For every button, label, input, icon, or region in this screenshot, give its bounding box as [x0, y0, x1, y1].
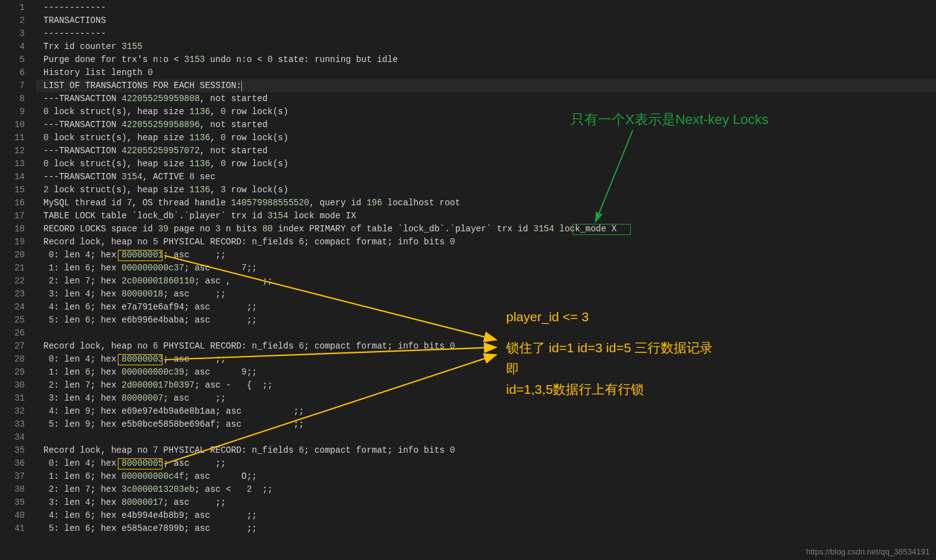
code-line[interactable]: Trx id counter 3155 [36, 40, 936, 53]
code-line[interactable]: 3: len 4; hex 80000018; asc ;; [36, 288, 936, 301]
line-number: 37 [0, 470, 25, 483]
code-token: , OS thread handle [132, 198, 231, 208]
code-token: ; hex [91, 367, 122, 377]
code-token: 4 [85, 289, 90, 299]
code-token: ; hex e585ace7899b; asc ;; [91, 523, 257, 533]
code-line[interactable]: Record lock, heap no 6 PHYSICAL RECORD: … [36, 340, 936, 353]
code-token: lock struct(s), heap size [48, 185, 189, 195]
code-line[interactable]: ------------ [36, 27, 936, 40]
code-token: 6 [85, 523, 90, 533]
line-number: 15 [0, 184, 25, 197]
line-number: 20 [0, 249, 25, 262]
code-token: LIST OF TRANSACTIONS FOR EACH SESSION: [43, 81, 241, 91]
code-token: ; hex e6b996e4baba; asc ;; [91, 315, 257, 325]
code-token: : len [54, 276, 85, 286]
code-line[interactable]: 0 lock struct(s), heap size 1136, 0 row … [36, 158, 936, 171]
code-token: 6 [85, 302, 90, 312]
code-line[interactable]: 3: len 4; hex 80000007; asc ;; [36, 392, 936, 405]
line-number: 18 [0, 223, 25, 236]
code-line[interactable]: 0: len 4; hex 80000001; asc ;; [36, 249, 936, 262]
line-number: 26 [0, 327, 25, 340]
line-number: 34 [0, 431, 25, 444]
code-token: sec [195, 172, 216, 182]
code-token: 0 [48, 354, 53, 364]
code-line[interactable]: MySQL thread id 7, OS thread handle 1405… [36, 197, 936, 210]
code-line[interactable]: 1: len 6; hex 000000000c37; asc 7;; [36, 262, 936, 275]
line-number: 9 [0, 105, 25, 118]
code-line[interactable] [36, 327, 936, 340]
watermark-text: https://blog.csdn.net/qq_38534191 [806, 547, 930, 556]
line-number: 32 [0, 405, 25, 418]
code-token: lock struct(s), heap size [48, 107, 189, 117]
code-token: 0 [48, 250, 53, 260]
code-line[interactable]: 2: len 7; hex 2c000001860110; asc , ;; [36, 275, 936, 288]
code-token: 80 [262, 224, 273, 234]
code-line[interactable]: History list length 0 [36, 66, 936, 79]
code-token: : len [54, 406, 85, 416]
code-line[interactable]: ------------ [36, 1, 936, 14]
code-token: lock struct(s), heap size [48, 159, 189, 169]
code-token: Trx id counter [43, 42, 122, 51]
code-line[interactable]: TRANSACTIONS [36, 14, 936, 27]
code-token: , query id [310, 198, 367, 208]
code-line[interactable]: Purge done for trx's n:o < 3153 undo n:o… [36, 53, 936, 66]
code-token: 000000000c39 [122, 367, 184, 377]
code-line[interactable]: 1: len 6; hex 000000000c4f; asc O;; [36, 470, 936, 483]
code-line[interactable] [36, 431, 936, 444]
code-token: 4 [48, 302, 53, 312]
code-line[interactable]: Record lock, heap no 5 PHYSICAL RECORD: … [36, 236, 936, 249]
code-token: RECORD LOCKS space id [43, 224, 158, 234]
line-number: 1 [0, 1, 25, 14]
code-line[interactable]: 1: len 6; hex 000000000c39; asc 9;; [36, 366, 936, 379]
code-line[interactable]: 0: len 4; hex 80000005; asc ;; [36, 457, 936, 470]
code-token: 3154 [267, 211, 288, 221]
code-line[interactable]: 5: len 9; hex e5b0bce5858be696af; asc ;; [36, 418, 936, 431]
code-token: ; hex [91, 354, 122, 364]
code-line[interactable]: 2 lock struct(s), heap size 1136, 3 row … [36, 184, 936, 197]
code-line[interactable]: LIST OF TRANSACTIONS FOR EACH SESSION: [36, 79, 936, 92]
line-number: 12 [0, 144, 25, 158]
code-token: 6 [299, 341, 304, 351]
code-token: ;; [252, 484, 273, 494]
code-line[interactable]: ---TRANSACTION 422055259957072, not star… [36, 144, 936, 158]
code-line[interactable]: 4: len 6; hex e4b994e4b8b9; asc ;; [36, 509, 936, 522]
code-token: Record lock, heap no [43, 445, 153, 455]
code-line[interactable]: 4: len 6; hex e7a791e6af94; asc ;; [36, 301, 936, 314]
code-token: lock_mode X [554, 224, 617, 234]
code-line[interactable]: RECORD LOCKS space id 39 page no 3 n bit… [36, 223, 936, 236]
code-token: 3 [221, 185, 226, 195]
code-line[interactable]: 3: len 4; hex 80000017; asc ;; [36, 496, 936, 509]
code-line[interactable]: 2: len 7; hex 3c0000013203eb; asc < 2 ;; [36, 483, 936, 496]
code-line[interactable]: 0 lock struct(s), heap size 1136, 0 row … [36, 105, 936, 118]
code-token: 80000001 [122, 250, 163, 260]
code-token: undo n:o < [205, 55, 267, 64]
code-token: ; hex [91, 250, 122, 260]
code-token: 196 [367, 198, 382, 208]
code-line[interactable]: ---TRANSACTION 422055259959808, not star… [36, 92, 936, 105]
code-line[interactable]: ---TRANSACTION 3154, ACTIVE 8 sec [36, 171, 936, 184]
line-number: 6 [0, 66, 25, 79]
code-line[interactable]: 0 lock struct(s), heap size 1136, 0 row … [36, 131, 936, 144]
code-token: 0 [148, 68, 153, 78]
code-line[interactable]: 4: len 9; hex e69e97e4b9a6e8b1aa; asc ;; [36, 405, 936, 418]
line-number: 19 [0, 236, 25, 249]
code-token: 6 [85, 510, 90, 520]
code-line[interactable]: 0: len 4; hex 80000003; asc ;; [36, 353, 936, 366]
code-line[interactable]: 5: len 6; hex e6b996e4baba; asc ;; [36, 314, 936, 327]
code-line[interactable]: 2: len 7; hex 2d0000017b0397; asc - { ;; [36, 379, 936, 392]
code-token: index PRIMARY of table `lock_db`.`player… [273, 224, 533, 234]
code-token: : len [54, 393, 85, 403]
line-number: 25 [0, 314, 25, 327]
line-number: 5 [0, 53, 25, 66]
code-token: 422055259959808 [122, 94, 200, 104]
code-token: Record lock, heap no [43, 341, 153, 351]
code-token: 5 [153, 237, 158, 247]
code-line[interactable]: TABLE LOCK table `lock_db`.`player` trx … [36, 210, 936, 223]
code-line[interactable]: ---TRANSACTION 422055259958896, not star… [36, 118, 936, 131]
code-editor[interactable]: 1234567891011121314151617181920212223242… [0, 0, 936, 560]
code-token: 000000000c37 [122, 263, 184, 273]
code-token: 1 [48, 263, 53, 273]
code-line[interactable]: 5: len 6; hex e585ace7899b; asc ;; [36, 522, 936, 535]
code-line[interactable]: Record lock, heap no 7 PHYSICAL RECORD: … [36, 444, 936, 457]
code-area[interactable]: ------------TRANSACTIONS------------Trx … [36, 0, 936, 560]
